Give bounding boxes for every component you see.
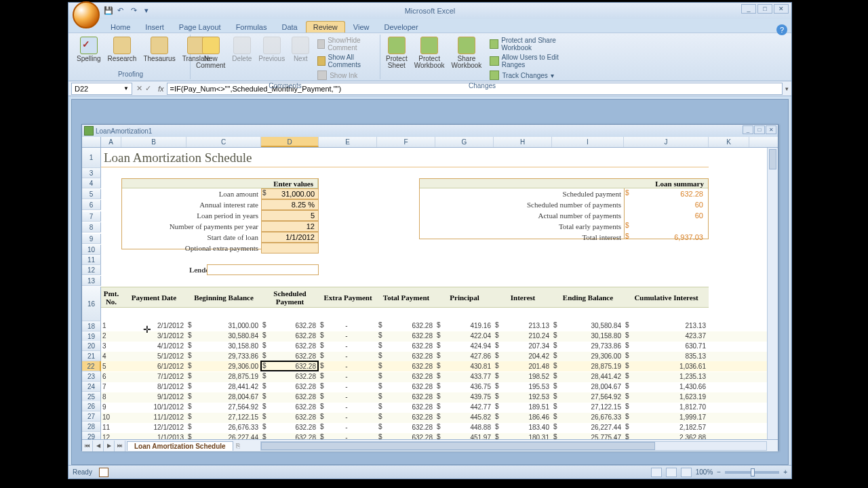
- table-cell[interactable]: 29,733.86: [552, 342, 624, 351]
- table-cell[interactable]: 632.28: [377, 403, 435, 412]
- table-cell[interactable]: 439.75: [435, 392, 494, 402]
- table-cell[interactable]: 632.28: [377, 382, 435, 392]
- show-all-comments-button[interactable]: Show All Comments: [317, 54, 376, 68]
- table-cell[interactable]: 1,623.19: [624, 392, 709, 402]
- table-cell[interactable]: 1,999.17: [624, 413, 709, 422]
- table-cell[interactable]: 29,733.86: [186, 352, 261, 361]
- row-header-6[interactable]: 6: [82, 200, 101, 210]
- table-cell[interactable]: 192.53: [494, 392, 552, 402]
- table-cell[interactable]: 2,182.57: [624, 423, 709, 432]
- table-cell[interactable]: 632.28: [377, 392, 435, 402]
- row-header-5[interactable]: 5: [82, 189, 101, 199]
- row-header-12[interactable]: 12: [82, 265, 101, 275]
- scrollbar-thumb[interactable]: [769, 149, 776, 169]
- page-break-view-button[interactable]: [681, 468, 692, 477]
- table-cell[interactable]: 28,875.19: [552, 362, 624, 371]
- table-cell[interactable]: 30,580.84: [186, 331, 261, 341]
- row-header-1[interactable]: 1: [82, 148, 101, 168]
- table-cell[interactable]: 1,430.66: [624, 382, 709, 392]
- table-cell[interactable]: 12: [101, 433, 121, 439]
- table-cell[interactable]: 1/1/2013: [121, 433, 186, 439]
- table-cell[interactable]: 186.46: [494, 413, 552, 422]
- sheet-tab[interactable]: Loan Amortization Schedule: [127, 441, 233, 451]
- table-cell[interactable]: 28,004.67: [186, 392, 261, 402]
- zoom-slider-thumb[interactable]: [751, 468, 755, 476]
- tab-insert[interactable]: Insert: [138, 22, 171, 33]
- fx-icon[interactable]: fx: [158, 85, 164, 93]
- row-header-29[interactable]: 29: [82, 432, 101, 439]
- table-cell[interactable]: 632.28: [377, 352, 435, 361]
- table-cell[interactable]: 11/1/2012: [121, 413, 186, 422]
- protect-workbook-button[interactable]: Protect Workbook: [413, 36, 446, 70]
- col-header-J[interactable]: J: [624, 137, 709, 147]
- new-sheet-icon[interactable]: ⎘: [236, 442, 240, 449]
- select-all-corner[interactable]: [82, 137, 101, 147]
- new-comment-button[interactable]: New Comment: [195, 36, 226, 70]
- table-cell[interactable]: -: [319, 321, 377, 331]
- maximize-button[interactable]: □: [757, 4, 772, 14]
- tab-page-layout[interactable]: Page Layout: [172, 22, 228, 33]
- row-header-11[interactable]: 11: [82, 255, 101, 265]
- table-cell[interactable]: 12/1/2012: [121, 423, 186, 432]
- table-cell[interactable]: 433.77: [435, 372, 494, 382]
- table-cell[interactable]: -: [319, 413, 377, 422]
- lender-input[interactable]: [207, 264, 319, 275]
- table-cell[interactable]: 1,235.13: [624, 372, 709, 382]
- table-cell[interactable]: -: [319, 362, 377, 371]
- next-sheet-button[interactable]: ▶: [104, 441, 115, 451]
- chevron-down-icon[interactable]: ▼: [123, 85, 129, 92]
- table-cell[interactable]: 424.94: [435, 342, 494, 351]
- table-cell[interactable]: 198.52: [494, 372, 552, 382]
- col-header-G[interactable]: G: [435, 137, 494, 147]
- zoom-out-button[interactable]: −: [717, 468, 721, 476]
- col-header-B[interactable]: B: [121, 137, 186, 147]
- table-cell[interactable]: 632.28: [261, 331, 319, 341]
- research-button[interactable]: Research: [106, 36, 138, 63]
- table-cell[interactable]: 29,306.00: [552, 352, 624, 361]
- table-cell[interactable]: 632.28: [261, 372, 319, 382]
- table-cell[interactable]: 436.75: [435, 382, 494, 392]
- workbook-close-button[interactable]: ✕: [766, 125, 776, 134]
- qat-dropdown-icon[interactable]: ▾: [144, 6, 154, 16]
- row-header-13[interactable]: 13: [82, 276, 101, 286]
- thesaurus-button[interactable]: Thesaurus: [142, 36, 176, 63]
- table-cell[interactable]: 632.28: [377, 433, 435, 439]
- protect-sheet-button[interactable]: Protect Sheet: [384, 36, 409, 70]
- workbook-maximize-button[interactable]: □: [754, 125, 765, 134]
- table-cell[interactable]: 835.13: [624, 352, 709, 361]
- tab-review[interactable]: Review: [306, 21, 345, 33]
- table-cell[interactable]: 7: [101, 382, 121, 392]
- table-cell[interactable]: 28,441.42: [186, 382, 261, 392]
- table-cell[interactable]: 632.28: [377, 423, 435, 432]
- row-header-28[interactable]: 28: [82, 422, 101, 432]
- row-header-18[interactable]: 18: [82, 321, 101, 331]
- table-cell[interactable]: 25,775.47: [552, 433, 624, 439]
- table-cell[interactable]: 2,362.88: [624, 433, 709, 439]
- row-header-25[interactable]: 25: [82, 392, 101, 402]
- table-cell[interactable]: 180.31: [494, 433, 552, 439]
- row-header-22[interactable]: 22: [82, 361, 101, 371]
- table-cell[interactable]: 6/1/2012: [121, 362, 186, 371]
- table-cell[interactable]: 213.13: [494, 321, 552, 331]
- row-header-20[interactable]: 20: [82, 341, 101, 351]
- macro-record-icon[interactable]: [99, 468, 108, 477]
- table-cell[interactable]: 632.28: [261, 321, 319, 331]
- table-cell[interactable]: 28,441.42: [552, 372, 624, 382]
- table-cell[interactable]: -: [319, 423, 377, 432]
- table-cell[interactable]: 4: [101, 352, 121, 361]
- row-header-9[interactable]: 9: [82, 234, 101, 244]
- tab-formulas[interactable]: Formulas: [229, 22, 274, 33]
- table-cell[interactable]: 1,812.70: [624, 403, 709, 412]
- table-cell[interactable]: 1,036.61: [624, 362, 709, 371]
- col-header-K[interactable]: K: [709, 137, 749, 147]
- allow-edit-ranges-button[interactable]: Allow Users to Edit Ranges: [490, 54, 580, 68]
- table-cell[interactable]: 451.97: [435, 433, 494, 439]
- table-cell[interactable]: 2: [101, 331, 121, 341]
- prev-sheet-button[interactable]: ◀: [93, 441, 104, 451]
- table-cell[interactable]: 5/1/2012: [121, 352, 186, 361]
- zoom-slider[interactable]: [725, 471, 779, 474]
- row-header-8[interactable]: 8: [82, 222, 101, 232]
- table-cell[interactable]: -: [319, 352, 377, 361]
- table-cell[interactable]: 210.24: [494, 331, 552, 341]
- row-header-26[interactable]: 26: [82, 401, 101, 411]
